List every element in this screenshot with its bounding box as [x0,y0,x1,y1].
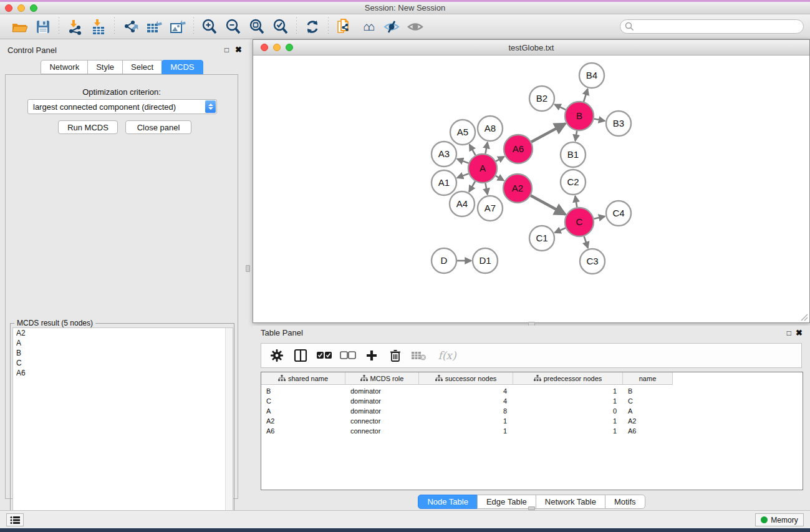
new-network-from-selection-button[interactable] [332,17,356,37]
graph-node-C2[interactable]: C2 [561,170,586,195]
edge-B-B1[interactable] [576,131,577,141]
tab-network[interactable]: Network [41,60,88,74]
graph-node-C4[interactable]: C4 [606,201,631,226]
edge-A-A8[interactable] [485,142,487,153]
tab-motifs[interactable]: Motifs [605,495,645,509]
zoom-in-button[interactable] [198,17,221,37]
refresh-button[interactable] [301,17,324,37]
edge-A-A4[interactable] [469,181,475,192]
edge-A-A2[interactable] [496,176,504,180]
column-header-successor-nodes[interactable]: successor nodes [419,372,513,385]
graph-node-C3[interactable]: C3 [580,249,605,274]
mcds-result-item[interactable]: A [13,338,233,348]
function-builder-button[interactable]: f(x) [432,346,462,365]
network-minimize-button[interactable] [273,44,281,51]
tab-network-table[interactable]: Network Table [536,495,605,509]
table-cell[interactable]: 1 [513,396,617,406]
table-cell[interactable]: C [628,396,672,406]
table-cell[interactable]: A2 [628,416,672,426]
graph-node-B2[interactable]: B2 [529,86,554,111]
hide-selected-button[interactable] [380,17,403,37]
zoom-out-button[interactable] [221,17,245,37]
float-table-panel-icon[interactable]: □ [787,329,791,337]
table-cell[interactable]: A [628,406,672,416]
mcds-result-item[interactable]: B [13,348,233,358]
table-cell[interactable]: 1 [513,426,617,436]
column-header-shared-name[interactable]: shared name [261,372,345,385]
table-cell[interactable]: 1 [419,426,507,436]
edge-B-B4[interactable] [584,89,587,102]
tab-style[interactable]: Style [87,60,123,74]
show-column-panel-button[interactable] [290,346,311,365]
edge-C-C3[interactable] [584,236,588,248]
memory-button[interactable]: Memory [755,513,804,526]
split-divider-handle[interactable] [246,265,250,272]
close-table-panel-icon[interactable]: ✖ [796,328,803,337]
export-image-button[interactable] [166,17,190,37]
table-cell[interactable]: A [266,406,344,416]
table-cell[interactable]: 4 [419,396,507,406]
first-neighbors-button[interactable]: ⌂⌂ [356,17,380,37]
table-cell[interactable]: dominator [350,386,418,396]
network-window-titlebar[interactable]: testGlobe.txt [253,40,809,56]
graph-node-A7[interactable]: A7 [478,196,503,221]
open-file-button[interactable] [7,17,31,37]
edge-B-B3[interactable] [594,118,605,120]
minimize-window-button[interactable] [17,4,25,12]
zoom-selected-button[interactable] [269,17,292,37]
edge-B-B2[interactable] [554,105,566,110]
mcds-result-item[interactable]: C [13,358,233,368]
graph-node-A6[interactable]: A6 [504,135,533,163]
table-row[interactable]: Adominator80A [261,406,803,416]
column-header-MCDS-role[interactable]: MCDS role [345,372,419,385]
table-cell[interactable]: dominator [350,406,418,416]
run-mcds-button[interactable]: Run MCDS [58,120,118,134]
mcds-result-item[interactable]: A2 [13,328,233,338]
deselect-all-button[interactable] [337,346,359,365]
table-cell[interactable]: B [628,386,672,396]
node-table[interactable]: shared nameMCDS rolesuccessor nodesprede… [261,372,803,490]
edge-A-A1[interactable] [457,173,468,178]
table-cell[interactable]: 4 [419,386,507,396]
delete-table-button[interactable] [408,346,430,365]
graph-node-A2[interactable]: A2 [503,174,532,203]
table-cell[interactable]: 1 [513,416,617,426]
table-cell[interactable]: 0 [513,406,617,416]
table-cell[interactable]: A6 [266,426,344,436]
column-header-predecessor-nodes[interactable]: predecessor nodes [513,372,623,385]
edge-A-A7[interactable] [485,183,487,195]
mcds-result-list[interactable]: A2ABCA6 [12,327,233,532]
table-cell[interactable]: connector [350,426,418,436]
graph-node-A3[interactable]: A3 [432,142,456,167]
table-row[interactable]: A2connector11A2 [261,416,803,426]
resize-grip[interactable] [801,314,808,321]
table-row[interactable]: A6connector11A6 [261,426,803,436]
mcds-result-item[interactable]: A6 [13,368,233,378]
save-session-button[interactable] [31,17,55,37]
table-cell[interactable]: 8 [419,406,507,416]
table-cell[interactable]: 1 [513,386,617,396]
table-cell[interactable]: B [266,386,344,396]
edge-A-A5[interactable] [470,145,476,155]
export-table-button[interactable] [142,17,166,37]
edge-A-A6[interactable] [496,157,504,161]
table-row[interactable]: Cdominator41C [261,396,803,406]
graph-node-B1[interactable]: B1 [561,142,586,167]
table-settings-button[interactable] [266,346,287,365]
table-cell[interactable]: A2 [266,416,344,426]
tab-mcds[interactable]: MCDS [162,60,203,74]
delete-column-button[interactable] [385,346,406,365]
zoom-window-button[interactable] [30,4,37,12]
graph-node-B4[interactable]: B4 [579,63,604,88]
close-panel-icon[interactable]: ✖ [235,45,242,54]
optimization-criterion-select[interactable]: largest connected component (directed) [27,99,217,114]
graph-node-A4[interactable]: A4 [450,191,475,216]
result-list-scrollbar[interactable] [225,328,233,531]
edge-C-C1[interactable] [555,228,566,233]
graph-node-C[interactable]: C [565,208,594,236]
zoom-fit-button[interactable] [245,17,269,37]
float-panel-icon[interactable]: □ [224,46,229,54]
add-column-button[interactable] [361,346,382,365]
close-window-button[interactable] [5,4,12,12]
graph-node-A5[interactable]: A5 [450,120,475,145]
